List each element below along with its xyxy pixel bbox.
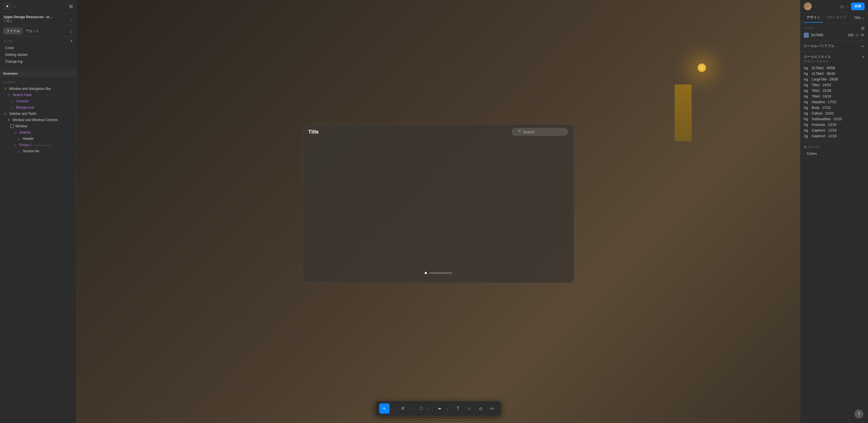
rect-tool-button[interactable]: □	[416, 403, 426, 414]
ag-label: Ag	[804, 111, 809, 115]
text-style-item[interactable]: AgTitle2 · 22/28	[804, 88, 865, 93]
layer-item-controls[interactable]: ◇ Controls	[0, 98, 76, 104]
page-item-getting-started[interactable]: Getting started	[3, 51, 73, 58]
ag-label: Ag	[804, 100, 809, 104]
layer-item-window[interactable]: Window	[0, 123, 76, 129]
page-section: ページ + Cover Getting started Change log	[0, 36, 76, 67]
pen-chevron[interactable]: ⌄	[446, 407, 448, 410]
text-style-item[interactable]: AgCaption2 · 12/16	[804, 133, 865, 139]
text-style-item[interactable]: AgXLTitle2 · 38/46	[804, 71, 865, 77]
device-search-bar[interactable]: 🎤 Search	[512, 128, 568, 136]
design-tab[interactable]: デザイン	[804, 13, 823, 23]
search-placeholder: Search	[523, 130, 535, 134]
layer-item-search-field[interactable]: ◇ Search Field	[0, 92, 76, 98]
diamond-icon-2: ◇	[10, 99, 14, 103]
local-vars-icon[interactable]: ⇌	[861, 44, 865, 49]
layer-item-sidebar[interactable]: ◇ Sidebar	[0, 129, 76, 136]
layer-item-group1[interactable]: ◇ Group 1 — — — — —	[0, 142, 76, 148]
style-name: LargeTitle · 29/38	[812, 77, 838, 81]
pen-tool-button[interactable]: ✒	[435, 403, 445, 414]
help-button[interactable]: ?	[855, 410, 864, 419]
left-panel: ✦ ⌄ ⊞ Apple Design Resources - visio... …	[0, 0, 76, 423]
text-style-item[interactable]: AgCaption1 · 12/16	[804, 128, 865, 133]
text-styles-label: テキストスタイル	[804, 59, 865, 63]
style-name: Title2 · 22/28	[812, 89, 831, 93]
text-style-item[interactable]: AgSubheadline · 15/20	[804, 116, 865, 122]
colors-row[interactable]: › Colors	[804, 151, 865, 157]
text-style-item[interactable]: AgBody · 17/22	[804, 105, 865, 111]
colors-label: Colors	[807, 152, 817, 156]
layer-item-window-nav[interactable]: # Window and Navigation Bar	[0, 86, 76, 92]
layer-name-group1: Group 1	[19, 143, 31, 147]
ag-label: Ag	[804, 123, 809, 127]
share-button[interactable]: 共有	[851, 3, 865, 10]
zoom-level[interactable]: 73% ⌄	[854, 13, 865, 23]
text-tool-button[interactable]: T	[453, 403, 463, 414]
layer-item-window-controls[interactable]: # Window and Window Controls	[0, 117, 76, 123]
text-style-item[interactable]: AgXLTitle1 · 48/56	[804, 65, 865, 71]
project-chevron[interactable]: ⌄	[70, 17, 73, 21]
layout-icon[interactable]: ⊞	[69, 4, 73, 9]
text-style-item[interactable]: AgLargeTitle · 29/38	[804, 77, 865, 82]
opacity-value[interactable]: 100	[848, 33, 853, 37]
component-tool-button[interactable]: ⊙	[476, 403, 486, 414]
code-tool-button[interactable]: </>	[487, 403, 497, 414]
layer-item-background[interactable]: ◇ Background	[0, 104, 76, 111]
group-icon-9: ◇	[13, 143, 18, 147]
right-top-actions: ▷ ⌄ 共有	[841, 3, 865, 10]
play-button[interactable]: ▷	[841, 4, 844, 9]
style-name: XLTitle1 · 48/56	[812, 66, 835, 70]
asset-tab[interactable]: アセット	[23, 28, 42, 35]
search-button[interactable]: ⌕	[70, 29, 73, 33]
visibility-button[interactable]: 👁	[861, 33, 865, 37]
file-tab[interactable]: ファイル	[3, 28, 23, 35]
text-style-item[interactable]: AgHeadline · 17/22	[804, 99, 865, 105]
project-name-bar: Apple Design Resources - visio... 下書き ⌄	[0, 13, 76, 26]
color-hex-value[interactable]: 5A769D	[811, 33, 845, 37]
color-box-row: 5A769D 100 % 👁	[804, 33, 865, 38]
select-tool-button[interactable]: ↖	[379, 403, 390, 414]
local-vars-label[interactable]: ローカルバリアブル	[804, 44, 834, 49]
draft-label: 下書き	[3, 19, 54, 23]
figma-chevron[interactable]: ⌄	[13, 4, 16, 8]
style-name: Body · 17/22	[812, 106, 831, 110]
frame-chevron[interactable]: ⌄	[409, 407, 411, 410]
ag-label: Ag	[804, 106, 809, 110]
layer-item-section-header[interactable]: ◇ Section He... ⋯	[0, 148, 76, 154]
add-style-button[interactable]: +	[862, 55, 865, 59]
device-frame: Title 🎤 Search	[302, 124, 574, 283]
page-item-cover[interactable]: Cover	[3, 45, 73, 51]
dashed-line: — — — — —	[34, 143, 51, 147]
layer-name-window: Window	[15, 124, 27, 128]
device-title: Title	[308, 129, 319, 135]
layer-name-sidebar-table: Sidebar and Table	[9, 112, 36, 116]
frame-tool-button[interactable]: #	[398, 403, 408, 414]
mic-icon: 🎤	[516, 130, 521, 134]
select-chevron[interactable]: ⌄	[391, 407, 393, 410]
add-page-button[interactable]: +	[70, 39, 73, 44]
text-style-item[interactable]: AgTitle3 · 19/24	[804, 93, 865, 99]
avatar-chevron[interactable]: ⌄	[814, 5, 816, 8]
prototype-tab[interactable]: プロトタイプ	[823, 13, 849, 23]
rect-chevron[interactable]: ⌄	[428, 407, 430, 410]
text-style-item[interactable]: AgTitle1 · 24/32	[804, 82, 865, 88]
text-style-item[interactable]: AgCallout · 15/20	[804, 111, 865, 116]
layer-item-sidebar-table[interactable]: # Sidebar and Table	[0, 111, 76, 117]
local-vars-section: ローカルバリアブル ⇌	[800, 41, 868, 52]
figma-logo[interactable]: ✦	[3, 2, 11, 10]
text-styles-list: AgXLTitle1 · 48/56AgXLTitle2 · 38/46AgLa…	[804, 65, 865, 139]
local-vars-row: ローカルバリアブル ⇌	[804, 44, 865, 49]
comment-tool-button[interactable]: ○	[464, 403, 474, 414]
text-style-item[interactable]: AgFootnote · 13/18	[804, 122, 865, 128]
page-grid-icon[interactable]: ⊞	[861, 26, 865, 30]
avatar-image	[804, 2, 812, 10]
layer-name-search-field: Search Field	[12, 93, 31, 97]
play-chevron[interactable]: ⌄	[846, 5, 849, 8]
page-item-change-log[interactable]: Change log	[3, 58, 73, 65]
style-name: Headline · 17/22	[812, 100, 836, 104]
top-toolbar: ✦ ⌄ ⊞	[0, 0, 76, 13]
layer-item-header[interactable]: ◇ Header	[0, 136, 76, 142]
right-panel: ⌄ ▷ ⌄ 共有 デザイン プロトタイプ 73% ⌄ ページ ⊞ 5A769D …	[800, 0, 868, 423]
color-swatch[interactable]	[804, 33, 809, 38]
zoom-chevron: ⌄	[862, 16, 865, 20]
